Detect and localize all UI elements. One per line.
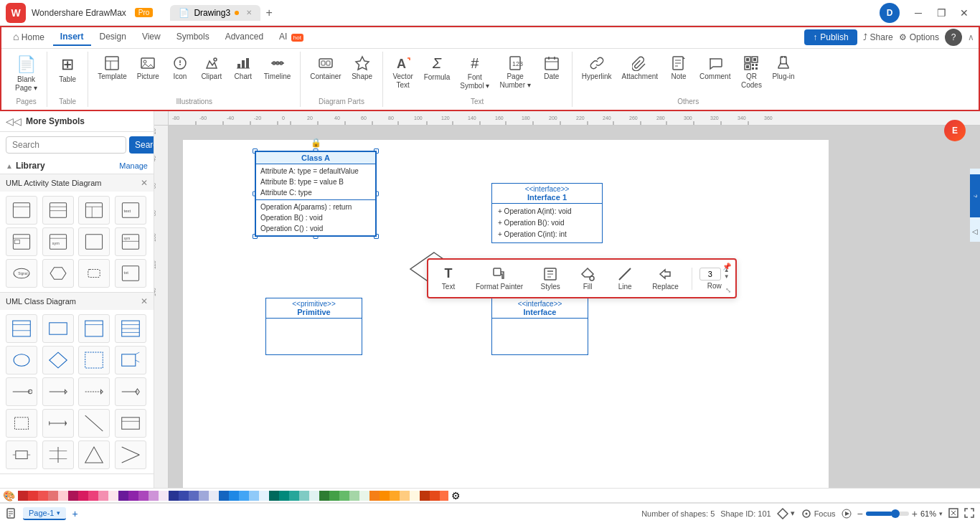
color-swatch-item[interactable] bbox=[259, 491, 269, 501]
focus-control[interactable]: Focus bbox=[801, 508, 836, 519]
maximize-btn[interactable]: ❐ bbox=[931, 3, 951, 23]
shape-item[interactable] bbox=[115, 346, 146, 374]
color-swatch-item[interactable] bbox=[329, 491, 339, 501]
shape-item[interactable] bbox=[6, 196, 37, 225]
shape-item[interactable] bbox=[6, 227, 37, 256]
color-swatch-item[interactable] bbox=[229, 491, 239, 501]
shape-item[interactable] bbox=[78, 377, 110, 406]
interface-2-box[interactable]: <<interface>> Interface bbox=[491, 298, 588, 355]
ribbon-item-timeline[interactable]: Timeline bbox=[260, 53, 294, 83]
ribbon-item-blank-page[interactable]: 📄 BlankPage ▾ bbox=[11, 53, 41, 95]
row-decrement-btn[interactable]: ▼ bbox=[724, 274, 730, 280]
color-swatch-item[interactable] bbox=[18, 491, 28, 501]
tab-ai[interactable]: AI hot bbox=[272, 29, 311, 46]
ribbon-item-comment[interactable]: Comment bbox=[696, 53, 734, 83]
search-button[interactable]: Search bbox=[129, 136, 154, 154]
float-toolbar-resize[interactable]: ⤡ bbox=[725, 286, 731, 294]
color-swatch-item[interactable] bbox=[199, 491, 209, 501]
shape-item[interactable] bbox=[42, 409, 74, 438]
ribbon-item-picture[interactable]: Picture bbox=[133, 53, 163, 83]
float-tool-replace[interactable]: Replace bbox=[648, 265, 683, 293]
color-swatch-item[interactable] bbox=[269, 491, 279, 501]
shape-item[interactable] bbox=[42, 314, 74, 343]
fit-page-btn[interactable] bbox=[948, 508, 958, 519]
ribbon-item-page-number[interactable]: 123 PageNumber ▾ bbox=[496, 53, 534, 92]
shape-item[interactable] bbox=[42, 259, 74, 288]
color-swatch-item[interactable] bbox=[390, 491, 400, 501]
zoom-slider[interactable] bbox=[866, 512, 909, 516]
float-tool-format-painter[interactable]: Format Painter bbox=[471, 265, 527, 293]
color-swatch-item[interactable] bbox=[159, 491, 169, 501]
zoom-out-btn[interactable]: − bbox=[857, 508, 863, 519]
shape-item[interactable] bbox=[6, 314, 37, 343]
tab-symbols[interactable]: Symbols bbox=[169, 29, 217, 46]
tab-close-btn[interactable]: ✕ bbox=[246, 9, 252, 17]
color-swatch-item[interactable] bbox=[169, 491, 179, 501]
tab-add-btn[interactable]: + bbox=[262, 6, 276, 20]
page-tab-1[interactable]: Page-1 ▾ bbox=[23, 507, 66, 520]
tab-advanced[interactable]: Advanced bbox=[218, 29, 270, 46]
tab-document[interactable]: 📄 Drawing3 ✕ bbox=[170, 5, 260, 21]
shape-item[interactable] bbox=[6, 377, 37, 406]
shape-item[interactable] bbox=[78, 409, 110, 438]
shape-item[interactable] bbox=[78, 227, 110, 256]
color-swatch-item[interactable] bbox=[279, 491, 289, 501]
color-swatch-item[interactable] bbox=[339, 491, 349, 501]
color-swatch-item[interactable] bbox=[219, 491, 229, 501]
ribbon-item-formula[interactable]: Σ Formula bbox=[420, 53, 454, 84]
ribbon-item-shape[interactable]: Shape bbox=[348, 53, 377, 83]
ribbon-item-icon[interactable]: Icon bbox=[166, 53, 194, 83]
uml-class-close-btn[interactable]: ✕ bbox=[141, 296, 148, 306]
color-swatch-item[interactable] bbox=[28, 491, 38, 501]
ribbon-item-clipart[interactable]: Clipart bbox=[197, 53, 226, 83]
drawing-canvas[interactable]: 🔒 Class A Attribute A: type = defaultVal… bbox=[183, 140, 829, 488]
shape-item[interactable] bbox=[6, 440, 37, 469]
color-swatch-item[interactable] bbox=[359, 491, 369, 501]
library-manage-btn[interactable]: Manage bbox=[119, 161, 148, 170]
zoom-in-btn[interactable]: + bbox=[912, 508, 918, 519]
close-btn[interactable]: ✕ bbox=[954, 3, 974, 23]
ribbon-item-attachment[interactable]: Attachment bbox=[618, 53, 661, 83]
color-swatch-item[interactable] bbox=[138, 491, 149, 501]
shape-item[interactable]: sym bbox=[42, 227, 74, 256]
ribbon-item-qr-codes[interactable]: QRCodes bbox=[737, 53, 765, 92]
play-btn[interactable] bbox=[842, 509, 852, 519]
shape-item[interactable]: sym bbox=[115, 227, 146, 256]
shape-item[interactable] bbox=[78, 314, 110, 343]
color-swatch-item[interactable] bbox=[179, 491, 189, 501]
share-button[interactable]: ⤴ Share bbox=[863, 32, 893, 42]
shape-item[interactable]: Signal bbox=[6, 259, 37, 288]
class-a-box[interactable]: 🔒 Class A Attribute A: type = defaultVal… bbox=[255, 151, 377, 237]
color-swatch-item[interactable] bbox=[58, 491, 68, 501]
ribbon-item-vector-text[interactable]: A VectorText bbox=[389, 53, 418, 92]
shape-item[interactable] bbox=[42, 196, 74, 225]
shape-item[interactable] bbox=[78, 196, 110, 225]
tab-view[interactable]: View bbox=[135, 29, 168, 46]
page-view-icon[interactable] bbox=[6, 508, 17, 519]
shape-item[interactable] bbox=[78, 346, 110, 374]
tab-design[interactable]: Design bbox=[93, 29, 133, 46]
color-swatch-item[interactable] bbox=[380, 491, 390, 501]
color-swatch-item[interactable] bbox=[309, 491, 319, 501]
color-swatch-item[interactable] bbox=[420, 491, 430, 501]
color-swatch-item[interactable] bbox=[189, 491, 199, 501]
color-swatch-item[interactable] bbox=[68, 491, 78, 501]
primitive-box[interactable]: <<primitive>> Primitive bbox=[265, 298, 362, 355]
color-swatch-item[interactable] bbox=[239, 491, 249, 501]
canvas-scroll[interactable]: 🔒 Class A Attribute A: type = defaultVal… bbox=[169, 126, 980, 488]
ribbon-item-hyperlink[interactable]: Hyperlink bbox=[578, 53, 616, 83]
color-swatch-item[interactable] bbox=[440, 491, 448, 501]
shape-item[interactable] bbox=[42, 377, 74, 406]
ribbon-item-table[interactable]: ⊞ Table bbox=[53, 53, 82, 86]
shape-item[interactable]: text bbox=[115, 196, 146, 225]
color-settings-icon[interactable]: ⚙ bbox=[451, 490, 461, 501]
help-button[interactable]: ? bbox=[945, 29, 962, 46]
minimize-btn[interactable]: ─ bbox=[908, 3, 928, 23]
shape-item[interactable]: txt bbox=[115, 259, 146, 288]
shape-item[interactable] bbox=[115, 409, 146, 438]
ribbon-item-template[interactable]: Template bbox=[94, 53, 131, 83]
left-panel-toggle[interactable]: ◁◁ bbox=[6, 116, 22, 127]
right-panel-expand[interactable]: ◁ bbox=[970, 220, 980, 242]
color-swatch-item[interactable] bbox=[88, 491, 98, 501]
shape-item[interactable] bbox=[78, 259, 110, 288]
